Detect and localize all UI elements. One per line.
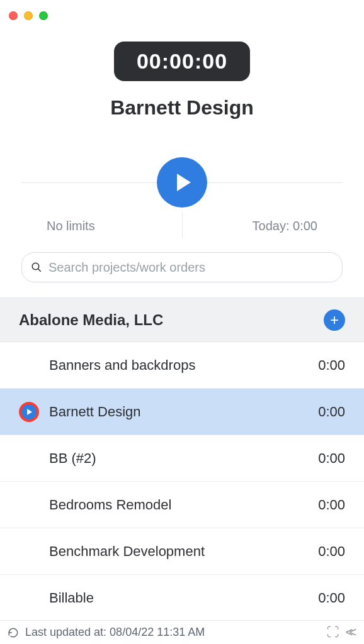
svg-line-1 <box>38 269 41 272</box>
last-updated-label: Last updated at: 08/04/22 11:31 AM <box>25 626 205 639</box>
plus-icon: + <box>330 311 339 329</box>
minimize-window-button[interactable] <box>24 11 33 20</box>
client-group-header[interactable]: Abalone Media, LLC + <box>0 298 364 342</box>
play-icon <box>27 409 32 415</box>
timer-display: 00:00:00 <box>114 42 250 81</box>
client-name: Abalone Media, LLC <box>19 311 163 329</box>
project-name: Barnett Design <box>49 404 141 420</box>
play-area <box>21 157 343 208</box>
limits-label[interactable]: No limits <box>47 219 95 233</box>
fullscreen-window-button[interactable] <box>39 11 48 20</box>
add-project-button[interactable]: + <box>324 309 345 331</box>
project-row[interactable]: Benchmark Development0:00 <box>0 528 364 575</box>
project-list: Abalone Media, LLC + Banners and backdro… <box>0 297 364 620</box>
project-time: 0:00 <box>318 450 345 467</box>
project-name: Billable <box>49 590 94 606</box>
close-window-button[interactable] <box>9 11 18 20</box>
project-name: Banners and backdrops <box>49 357 195 374</box>
project-row[interactable]: Billable0:00 <box>0 575 364 620</box>
project-row[interactable]: BB (#2)0:00 <box>0 435 364 482</box>
project-name: Bedrooms Remodel <box>49 497 171 513</box>
project-name: BB (#2) <box>49 450 96 467</box>
compact-view-icon[interactable]: ⛶ <box>327 625 339 640</box>
project-time: 0:00 <box>318 357 345 374</box>
svg-point-0 <box>32 263 39 270</box>
current-project-title: Barnett Design <box>0 96 364 119</box>
play-icon <box>177 174 191 191</box>
status-bar: Last updated at: 08/04/22 11:31 AM ⛶ << <box>0 620 364 644</box>
limits-row: No limits Today: 0:00 <box>21 219 343 233</box>
project-time: 0:00 <box>318 590 345 606</box>
refresh-icon[interactable] <box>8 627 19 638</box>
search-field[interactable] <box>21 252 343 282</box>
project-name: Benchmark Development <box>49 543 205 560</box>
window-titlebar <box>0 0 364 31</box>
project-row[interactable]: Bedrooms Remodel0:00 <box>0 482 364 528</box>
project-time: 0:00 <box>318 404 345 420</box>
project-row[interactable]: Barnett Design0:00 <box>0 389 364 435</box>
row-play-button[interactable] <box>19 402 39 422</box>
search-icon <box>31 262 42 273</box>
collapse-icon[interactable]: << <box>346 625 353 640</box>
search-input[interactable] <box>48 260 333 275</box>
divider-vertical <box>182 213 183 238</box>
today-total-label[interactable]: Today: 0:00 <box>253 219 317 233</box>
project-row[interactable]: Banners and backdrops0:00 <box>0 342 364 389</box>
project-time: 0:00 <box>318 497 345 513</box>
project-time: 0:00 <box>318 543 345 560</box>
play-button[interactable] <box>157 157 207 208</box>
